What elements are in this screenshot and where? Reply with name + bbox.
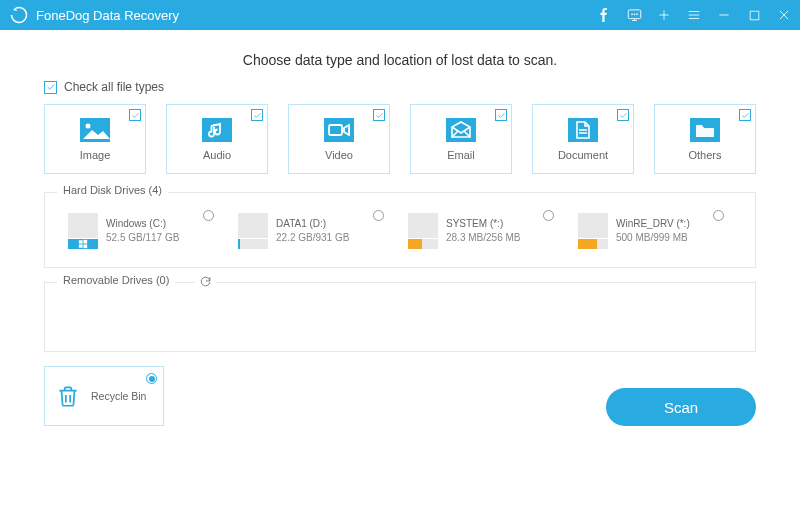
type-card-email[interactable]: Email — [410, 104, 512, 174]
email-icon — [446, 117, 476, 143]
close-button[interactable] — [776, 7, 792, 23]
hdd-group: Hard Disk Drives (4) Windows (C:) 52.5 G… — [44, 192, 756, 268]
drive-icon — [408, 213, 438, 249]
refresh-button[interactable] — [195, 274, 216, 292]
type-checkbox-image[interactable] — [129, 109, 141, 121]
drive-text: Windows (C:) 52.5 GB/117 GB — [106, 217, 179, 245]
type-label: Image — [80, 149, 111, 161]
drive-radio[interactable] — [373, 210, 384, 221]
feedback-icon[interactable] — [626, 7, 642, 23]
video-icon — [324, 117, 354, 143]
svg-point-2 — [634, 13, 635, 14]
drive-radio[interactable] — [543, 210, 554, 221]
recycle-radio[interactable] — [146, 373, 157, 384]
type-card-video[interactable]: Video — [288, 104, 390, 174]
audio-icon — [202, 117, 232, 143]
drive-radio[interactable] — [713, 210, 724, 221]
drive-winre[interactable]: WinRE_DRV (*:) 500 MB/999 MB — [571, 207, 731, 255]
drive-icon — [238, 213, 268, 249]
facebook-icon[interactable] — [596, 7, 612, 23]
drive-icon — [578, 213, 608, 249]
type-checkbox-others[interactable] — [739, 109, 751, 121]
image-icon — [80, 117, 110, 143]
drive-radio[interactable] — [203, 210, 214, 221]
svg-point-1 — [631, 13, 632, 14]
svg-point-6 — [86, 124, 91, 129]
check-all-checkbox[interactable] — [44, 81, 57, 94]
svg-rect-16 — [83, 244, 87, 248]
minimize-button[interactable] — [716, 7, 732, 23]
drive-text: WinRE_DRV (*:) 500 MB/999 MB — [616, 217, 690, 245]
type-card-others[interactable]: Others — [654, 104, 756, 174]
check-all-label: Check all file types — [64, 80, 164, 94]
headline-text: Choose data type and location of lost da… — [44, 52, 756, 68]
hdd-group-title: Hard Disk Drives (4) — [57, 184, 168, 196]
type-label: Video — [325, 149, 353, 161]
titlebar: FoneDog Data Recovery — [0, 0, 800, 30]
drive-c[interactable]: Windows (C:) 52.5 GB/117 GB — [61, 207, 221, 255]
recycle-bin-card[interactable]: Recycle Bin — [44, 366, 164, 426]
drive-d[interactable]: DATA1 (D:) 22.2 GB/931 GB — [231, 207, 391, 255]
recycle-label: Recycle Bin — [91, 390, 146, 402]
type-card-image[interactable]: Image — [44, 104, 146, 174]
drive-system[interactable]: SYSTEM (*:) 28.3 MB/256 MB — [401, 207, 561, 255]
type-card-document[interactable]: Document — [532, 104, 634, 174]
others-icon — [690, 117, 720, 143]
drive-text: DATA1 (D:) 22.2 GB/931 GB — [276, 217, 349, 245]
recycle-bin-icon — [53, 381, 83, 411]
type-checkbox-video[interactable] — [373, 109, 385, 121]
type-label: Others — [688, 149, 721, 161]
type-checkbox-audio[interactable] — [251, 109, 263, 121]
type-card-audio[interactable]: Audio — [166, 104, 268, 174]
svg-rect-14 — [83, 240, 87, 244]
type-checkbox-document[interactable] — [617, 109, 629, 121]
plus-icon[interactable] — [656, 7, 672, 23]
main-content: Choose data type and location of lost da… — [0, 30, 800, 438]
scan-button[interactable]: Scan — [606, 388, 756, 426]
svg-rect-13 — [79, 240, 83, 243]
svg-point-3 — [636, 13, 637, 14]
type-label: Email — [447, 149, 475, 161]
menu-icon[interactable] — [686, 7, 702, 23]
app-title: FoneDog Data Recovery — [36, 8, 596, 23]
type-checkbox-email[interactable] — [495, 109, 507, 121]
svg-rect-15 — [79, 244, 83, 247]
maximize-button[interactable] — [746, 7, 762, 23]
drive-icon — [68, 213, 98, 249]
type-label: Document — [558, 149, 608, 161]
check-all-row[interactable]: Check all file types — [44, 80, 756, 94]
document-icon — [568, 117, 598, 143]
svg-rect-4 — [750, 11, 759, 20]
removable-group: Removable Drives (0) — [44, 282, 756, 352]
app-logo-icon — [10, 6, 28, 24]
removable-group-title: Removable Drives (0) — [57, 274, 175, 286]
type-label: Audio — [203, 149, 231, 161]
file-type-grid: Image Audio Video Email Document Others — [44, 104, 756, 174]
drive-text: SYSTEM (*:) 28.3 MB/256 MB — [446, 217, 520, 245]
